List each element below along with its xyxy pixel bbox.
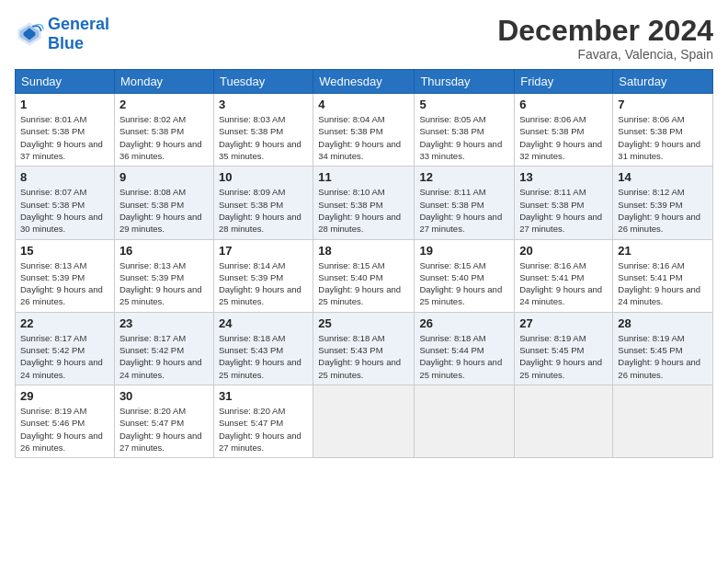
day-cell-26: 26Sunrise: 8:18 AMSunset: 5:44 PMDayligh… (415, 312, 515, 385)
empty-cell (313, 385, 415, 457)
day-info: Sunrise: 8:05 AMSunset: 5:38 PMDaylight:… (419, 113, 509, 162)
day-number: 23 (119, 316, 209, 330)
col-header-saturday: Saturday (613, 70, 713, 94)
day-info: Sunrise: 8:01 AMSunset: 5:38 PMDaylight:… (20, 113, 109, 162)
day-info: Sunrise: 8:04 AMSunset: 5:38 PMDaylight:… (318, 113, 409, 162)
col-header-friday: Friday (515, 70, 613, 94)
day-number: 12 (419, 170, 509, 184)
day-number: 31 (219, 389, 308, 403)
day-cell-16: 16Sunrise: 8:13 AMSunset: 5:39 PMDayligh… (114, 239, 213, 312)
day-cell-18: 18Sunrise: 8:15 AMSunset: 5:40 PMDayligh… (313, 239, 415, 312)
day-number: 16 (119, 244, 209, 258)
day-cell-31: 31Sunrise: 8:20 AMSunset: 5:47 PMDayligh… (213, 385, 313, 457)
day-number: 4 (318, 98, 409, 111)
day-number: 29 (20, 389, 109, 403)
day-cell-15: 15Sunrise: 8:13 AMSunset: 5:39 PMDayligh… (16, 239, 115, 312)
day-info: Sunrise: 8:03 AMSunset: 5:38 PMDaylight:… (219, 113, 308, 162)
day-number: 18 (318, 244, 409, 258)
day-number: 19 (419, 244, 509, 258)
day-cell-7: 7Sunrise: 8:06 AMSunset: 5:38 PMDaylight… (613, 94, 713, 167)
day-number: 1 (20, 98, 109, 111)
day-cell-27: 27Sunrise: 8:19 AMSunset: 5:45 PMDayligh… (515, 312, 613, 385)
day-cell-24: 24Sunrise: 8:18 AMSunset: 5:43 PMDayligh… (213, 312, 313, 385)
day-number: 15 (20, 244, 109, 258)
day-number: 7 (618, 98, 708, 111)
day-number: 14 (618, 170, 708, 184)
day-number: 24 (219, 316, 308, 330)
empty-cell (415, 385, 515, 457)
week-row-3: 15Sunrise: 8:13 AMSunset: 5:39 PMDayligh… (16, 239, 713, 312)
title-area: December 2024 Favara, Valencia, Spain (497, 15, 713, 62)
day-info: Sunrise: 8:06 AMSunset: 5:38 PMDaylight:… (519, 113, 608, 162)
empty-cell (515, 385, 613, 457)
calendar-header-row: SundayMondayTuesdayWednesdayThursdayFrid… (16, 70, 713, 94)
week-row-4: 22Sunrise: 8:17 AMSunset: 5:42 PMDayligh… (16, 312, 713, 385)
day-info: Sunrise: 8:10 AMSunset: 5:38 PMDaylight:… (318, 186, 409, 235)
header: General Blue December 2024 Favara, Valen… (15, 15, 713, 62)
day-info: Sunrise: 8:07 AMSunset: 5:38 PMDaylight:… (20, 186, 109, 235)
day-number: 26 (419, 316, 509, 330)
logo: General Blue (15, 15, 109, 53)
day-cell-22: 22Sunrise: 8:17 AMSunset: 5:42 PMDayligh… (16, 312, 115, 385)
day-info: Sunrise: 8:12 AMSunset: 5:39 PMDaylight:… (618, 186, 708, 235)
day-info: Sunrise: 8:15 AMSunset: 5:40 PMDaylight:… (419, 259, 509, 308)
day-cell-4: 4Sunrise: 8:04 AMSunset: 5:38 PMDaylight… (313, 94, 415, 167)
day-info: Sunrise: 8:18 AMSunset: 5:43 PMDaylight:… (318, 332, 409, 381)
day-cell-6: 6Sunrise: 8:06 AMSunset: 5:38 PMDaylight… (515, 94, 613, 167)
day-cell-25: 25Sunrise: 8:18 AMSunset: 5:43 PMDayligh… (313, 312, 415, 385)
day-cell-3: 3Sunrise: 8:03 AMSunset: 5:38 PMDaylight… (213, 94, 313, 167)
day-info: Sunrise: 8:20 AMSunset: 5:47 PMDaylight:… (119, 405, 209, 454)
day-info: Sunrise: 8:16 AMSunset: 5:41 PMDaylight:… (519, 259, 608, 308)
day-cell-29: 29Sunrise: 8:19 AMSunset: 5:46 PMDayligh… (16, 385, 115, 457)
week-row-5: 29Sunrise: 8:19 AMSunset: 5:46 PMDayligh… (16, 385, 713, 457)
day-info: Sunrise: 8:09 AMSunset: 5:38 PMDaylight:… (219, 186, 308, 235)
day-cell-28: 28Sunrise: 8:19 AMSunset: 5:45 PMDayligh… (613, 312, 713, 385)
location: Favara, Valencia, Spain (497, 47, 713, 62)
day-number: 13 (519, 170, 608, 184)
col-header-wednesday: Wednesday (313, 70, 415, 94)
day-number: 6 (519, 98, 608, 111)
day-info: Sunrise: 8:13 AMSunset: 5:39 PMDaylight:… (20, 259, 109, 308)
col-header-thursday: Thursday (415, 70, 515, 94)
month-title: December 2024 (497, 15, 713, 47)
day-info: Sunrise: 8:17 AMSunset: 5:42 PMDaylight:… (119, 332, 209, 381)
logo-icon (15, 19, 44, 49)
day-info: Sunrise: 8:08 AMSunset: 5:38 PMDaylight:… (119, 186, 209, 235)
day-number: 10 (219, 170, 308, 184)
week-row-2: 8Sunrise: 8:07 AMSunset: 5:38 PMDaylight… (16, 167, 713, 239)
day-info: Sunrise: 8:17 AMSunset: 5:42 PMDaylight:… (20, 332, 109, 381)
day-number: 25 (318, 316, 409, 330)
day-number: 30 (119, 389, 209, 403)
day-cell-8: 8Sunrise: 8:07 AMSunset: 5:38 PMDaylight… (16, 167, 115, 239)
day-number: 3 (219, 98, 308, 111)
day-info: Sunrise: 8:11 AMSunset: 5:38 PMDaylight:… (519, 186, 608, 235)
col-header-tuesday: Tuesday (213, 70, 313, 94)
day-info: Sunrise: 8:20 AMSunset: 5:47 PMDaylight:… (219, 405, 308, 454)
day-cell-14: 14Sunrise: 8:12 AMSunset: 5:39 PMDayligh… (613, 167, 713, 239)
day-number: 2 (119, 98, 209, 111)
day-info: Sunrise: 8:18 AMSunset: 5:44 PMDaylight:… (419, 332, 509, 381)
day-number: 8 (20, 170, 109, 184)
col-header-sunday: Sunday (16, 70, 115, 94)
day-cell-30: 30Sunrise: 8:20 AMSunset: 5:47 PMDayligh… (114, 385, 213, 457)
col-header-monday: Monday (114, 70, 213, 94)
week-row-1: 1Sunrise: 8:01 AMSunset: 5:38 PMDaylight… (16, 94, 713, 167)
day-cell-23: 23Sunrise: 8:17 AMSunset: 5:42 PMDayligh… (114, 312, 213, 385)
day-cell-19: 19Sunrise: 8:15 AMSunset: 5:40 PMDayligh… (415, 239, 515, 312)
day-info: Sunrise: 8:14 AMSunset: 5:39 PMDaylight:… (219, 259, 308, 308)
day-cell-13: 13Sunrise: 8:11 AMSunset: 5:38 PMDayligh… (515, 167, 613, 239)
day-number: 22 (20, 316, 109, 330)
day-number: 27 (519, 316, 608, 330)
calendar: SundayMondayTuesdayWednesdayThursdayFrid… (15, 69, 713, 458)
logo-text: General Blue (48, 15, 109, 53)
page: General Blue December 2024 Favara, Valen… (0, 0, 728, 467)
day-cell-11: 11Sunrise: 8:10 AMSunset: 5:38 PMDayligh… (313, 167, 415, 239)
day-cell-2: 2Sunrise: 8:02 AMSunset: 5:38 PMDaylight… (114, 94, 213, 167)
day-cell-1: 1Sunrise: 8:01 AMSunset: 5:38 PMDaylight… (16, 94, 115, 167)
day-number: 9 (119, 170, 209, 184)
day-cell-12: 12Sunrise: 8:11 AMSunset: 5:38 PMDayligh… (415, 167, 515, 239)
day-number: 11 (318, 170, 409, 184)
day-cell-17: 17Sunrise: 8:14 AMSunset: 5:39 PMDayligh… (213, 239, 313, 312)
day-number: 28 (618, 316, 708, 330)
day-cell-5: 5Sunrise: 8:05 AMSunset: 5:38 PMDaylight… (415, 94, 515, 167)
